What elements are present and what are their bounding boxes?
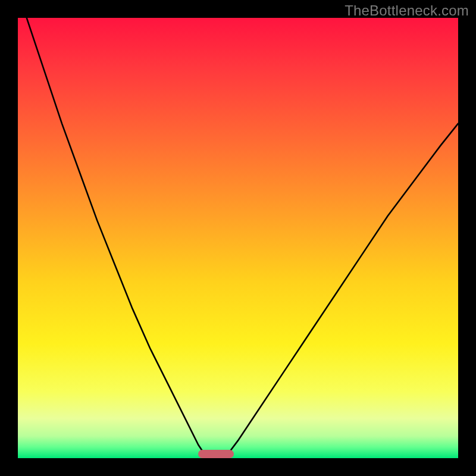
curve-left-branch [27,18,207,458]
curve-right-branch [225,124,458,458]
watermark-text: TheBottleneck.com [345,2,469,19]
bottleneck-marker [198,450,233,458]
bottleneck-curve [18,18,458,458]
chart-frame: TheBottleneck.com [0,0,476,476]
plot-area [18,18,458,458]
